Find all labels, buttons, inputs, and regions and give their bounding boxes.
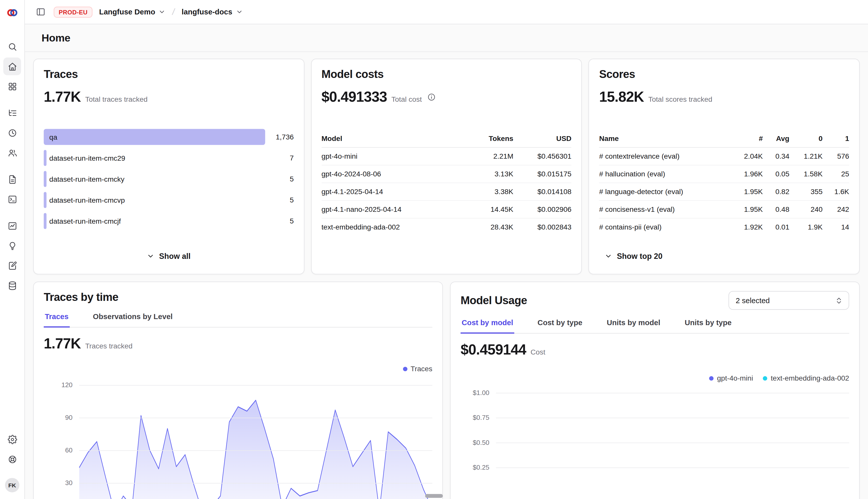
sidebar-item-sessions[interactable] [3,124,21,142]
table-cell: 14.45K [461,205,513,214]
show-top-20-button[interactable]: Show top 20 [599,247,668,265]
traces-by-time-tabs: TracesObservations by Level [44,313,432,327]
traces-total-label: Total traces tracked [85,95,147,104]
table-cell: 1.21K [789,152,822,160]
search-icon [8,42,17,51]
model-usage-tab-cost-by-type[interactable]: Cost by type [536,319,583,333]
table-cell: # hallucination (eval) [599,170,731,178]
model-usage-tabs: Cost by modelCost by typeUnits by modelU… [461,319,849,333]
sidebar-item-tracing[interactable] [3,104,21,122]
table-row: text-embedding-ada-00228.43K$0.002843 [321,219,571,236]
topbar: PROD-EU Langfuse Demo / langfuse-docs [25,0,868,24]
sidebar-item-prompts[interactable] [3,170,21,188]
chart-legend: gpt-4o-minitext-embedding-ada-002 [461,374,849,382]
table-cell: 2.04K [731,152,763,160]
model-usage-tab-cost-by-model[interactable]: Cost by model [461,319,514,333]
card-title: Scores [599,68,849,81]
trace-bar-row[interactable]: dataset-run-item-cmcky5 [44,171,294,187]
bar-value: 5 [265,217,294,225]
file-text-icon [8,174,17,184]
horizontal-scrollbar-thumb[interactable] [425,494,443,498]
card-title: Traces by time [44,291,432,304]
table-cell: gpt-4o-2024-08-06 [321,170,461,178]
sidebar-item-llm-judge[interactable] [3,237,21,255]
table-cell: 240 [789,205,822,214]
trace-bar-row[interactable]: qa1,736 [44,129,294,145]
y-tick-label: $0.75 [461,413,489,422]
table-cell: # language-detector (eval) [599,187,731,196]
gridline [79,483,432,484]
page-title: Home [41,32,70,44]
bar-value: 5 [265,196,294,204]
table-row: # hallucination (eval)1.96K0.051.58K25 [599,166,849,183]
model-select-dropdown[interactable]: 2 selected [728,291,849,310]
traces-by-time-tab-observations-by-level[interactable]: Observations by Level [92,313,174,327]
project-switcher[interactable]: langfuse-docs [180,5,244,18]
bar-value: 7 [265,154,294,162]
sidebar-nav [3,38,21,294]
sidebar-item-search[interactable] [3,38,21,56]
table-cell: 0.01 [763,223,789,231]
org-switcher[interactable]: Langfuse Demo [98,5,167,18]
trace-bar-row[interactable]: dataset-run-item-cmcjf5 [44,213,294,229]
sidebar-item-evaluation[interactable] [3,217,21,234]
database-icon [8,281,17,290]
sidebar-item-dashboards[interactable] [3,77,21,95]
table-row: gpt-4o-2024-08-063.13K$0.015175 [321,166,571,183]
traces-by-time-tab-traces[interactable]: Traces [44,313,70,327]
table-cell: $0.002843 [513,223,571,231]
page-header: Home [25,24,868,52]
trace-bar-row[interactable]: dataset-run-item-cmc297 [44,150,294,166]
table-cell: 1.58K [789,170,822,178]
sidebar-item-settings[interactable] [3,430,21,448]
usage-cost-metric: $0.459144 [461,341,526,358]
info-icon[interactable] [427,93,436,101]
env-badge: PROD-EU [54,6,92,17]
legend-item-text-embedding-ada-002[interactable]: text-embedding-ada-002 [763,374,849,382]
user-avatar[interactable]: FK [5,478,20,492]
table-cell: 1.6K [823,187,849,196]
table-cell: 0.48 [763,205,789,214]
table-cell: 0.82 [763,187,789,196]
table-cell: 25 [823,170,849,178]
sidebar-item-annotation[interactable] [3,257,21,274]
sidebar-item-home[interactable] [3,58,21,75]
bar-value: 5 [265,175,294,183]
model-usage-card: Model Usage 2 selected Cost by modelCost… [450,282,860,499]
model-usage-tab-units-by-model[interactable]: Units by model [606,319,662,333]
trace-bar-row[interactable]: dataset-run-item-cmcvp5 [44,192,294,208]
bar-fill [44,129,265,145]
sidebar-item-users[interactable] [3,144,21,161]
table-header-row: ModelTokensUSD [321,130,571,148]
scores-total-label: Total scores tracked [648,95,712,104]
sidebar-item-support[interactable] [3,450,21,468]
legend-item-traces[interactable]: Traces [403,365,432,373]
show-all-button[interactable]: Show all [141,247,196,265]
legend-label: text-embedding-ada-002 [771,374,849,382]
y-tick-label: $1.00 [461,388,489,397]
sidebar-toggle-button[interactable] [33,4,48,20]
traces-total-metric: 1.77K [44,88,81,106]
table-cell: 1.96K [731,170,763,178]
bar-label: dataset-run-item-cmcvp [49,196,125,204]
langfuse-logo[interactable] [6,7,18,19]
model-costs-table: ModelTokensUSDgpt-4o-mini2.21M$0.456301g… [321,130,571,236]
model-usage-tab-units-by-type[interactable]: Units by type [683,319,733,333]
table-row: gpt-4.1-nano-2025-04-1414.45K$0.002906 [321,201,571,219]
bar-zone: dataset-run-item-cmc29 [44,150,265,166]
legend-item-gpt-4o-mini[interactable]: gpt-4o-mini [709,374,753,382]
table-cell: 2.21M [461,152,513,160]
column-header: Tokens [461,134,513,143]
sidebar-item-playground[interactable] [3,190,21,208]
bar-label: dataset-run-item-cmcky [49,175,124,183]
legend-dot [763,376,767,380]
table-row: # conciseness-v1 (eval)1.95K0.48240242 [599,201,849,219]
project-name: langfuse-docs [181,8,232,16]
traces-line-chart: 120906030 [44,378,432,499]
sidebar-item-datasets[interactable] [3,277,21,294]
total-cost-metric: $0.491333 [321,88,387,106]
gear-icon [8,435,17,444]
table-cell: gpt-4.1-2025-04-14 [321,187,461,196]
table-cell: 1.95K [731,187,763,196]
notebook-pen-icon [8,261,17,270]
